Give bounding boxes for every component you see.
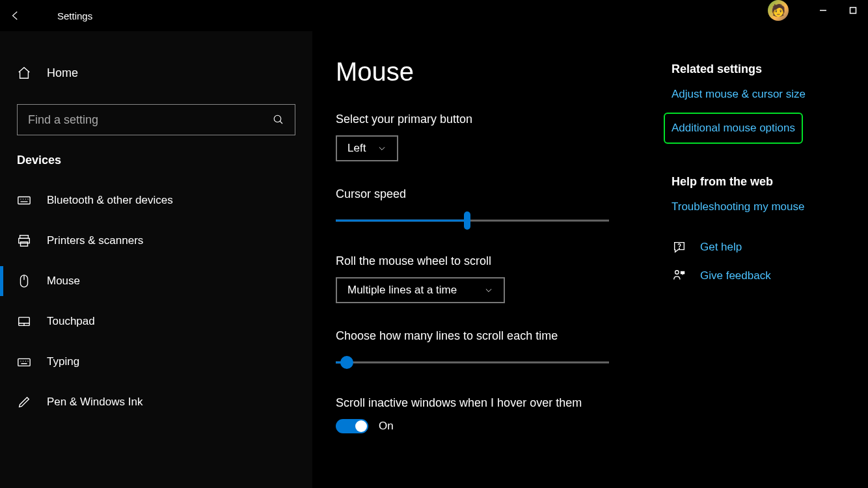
get-help-row[interactable]: Get help [671, 239, 845, 255]
svg-point-1 [274, 115, 281, 122]
category-label: Devices [0, 154, 312, 167]
nav-typing[interactable]: Typing [0, 342, 312, 382]
chevron-down-icon [484, 286, 493, 295]
main: Mouse Select your primary button Left Cu… [312, 31, 868, 488]
nav-bluetooth[interactable]: Bluetooth & other devices [0, 180, 312, 221]
svg-rect-8 [18, 359, 30, 366]
svg-point-10 [675, 271, 679, 275]
nav-printers[interactable]: Printers & scanners [0, 221, 312, 261]
search-box[interactable] [17, 104, 295, 135]
slider-thumb[interactable] [464, 211, 470, 230]
svg-point-9 [679, 248, 680, 249]
printer-icon [17, 234, 31, 248]
wheel-scroll-dropdown[interactable]: Multiple lines at a time [336, 277, 505, 303]
app-title: Settings [57, 10, 92, 21]
search-wrap [17, 104, 295, 135]
arrow-left-icon [10, 10, 21, 21]
link-give-feedback[interactable]: Give feedback [700, 269, 771, 282]
nav-label: Printers & scanners [47, 234, 143, 247]
back-button[interactable] [0, 0, 31, 31]
nav-label: Touchpad [47, 315, 95, 328]
maximize-icon [849, 7, 857, 14]
dropdown-value: Left [347, 142, 366, 155]
svg-rect-2 [18, 197, 30, 204]
inactive-windows-label: Scroll inactive windows when I hover ove… [336, 396, 648, 410]
help-icon [671, 239, 687, 255]
minimize-icon [819, 7, 827, 14]
toggle-state-label: On [379, 420, 394, 433]
content: Mouse Select your primary button Left Cu… [336, 57, 648, 462]
touchpad-icon [17, 314, 31, 329]
nav-label: Typing [47, 355, 79, 368]
slider-thumb[interactable] [340, 356, 353, 369]
search-icon [273, 114, 284, 126]
nav-mouse[interactable]: Mouse [0, 261, 312, 301]
mouse-icon [17, 274, 31, 288]
svg-rect-5 [21, 242, 28, 246]
maximize-button[interactable] [838, 0, 868, 21]
give-feedback-row[interactable]: Give feedback [671, 268, 845, 284]
sidebar: Home Devices Bluetooth & other devices P… [0, 31, 312, 488]
wheel-scroll-label: Roll the mouse wheel to scroll [336, 254, 648, 268]
chevron-down-icon [377, 144, 387, 153]
toggle-knob [355, 420, 367, 432]
highlight-additional-options: Additional mouse options [664, 113, 803, 144]
link-troubleshooting[interactable]: Troubleshooting my mouse [671, 200, 845, 213]
cursor-speed-slider[interactable] [336, 213, 609, 228]
typing-icon [17, 355, 31, 369]
home-nav[interactable]: Home [0, 57, 312, 88]
home-icon [17, 66, 31, 80]
scroll-lines-slider[interactable] [336, 355, 609, 370]
link-get-help[interactable]: Get help [700, 241, 742, 254]
link-adjust-cursor[interactable]: Adjust mouse & cursor size [671, 88, 845, 101]
svg-rect-0 [850, 8, 856, 14]
dropdown-value: Multiple lines at a time [347, 284, 457, 297]
right-panel: Related settings Adjust mouse & cursor s… [671, 57, 845, 462]
nav-label: Mouse [47, 275, 80, 288]
inactive-windows-toggle-row: On [336, 419, 648, 433]
help-web-heading: Help from the web [671, 175, 845, 189]
home-label: Home [47, 66, 78, 80]
nav-label: Bluetooth & other devices [47, 194, 173, 207]
keyboard-icon [17, 193, 31, 208]
window-controls: 🧑 [768, 0, 868, 21]
search-input[interactable] [28, 113, 273, 127]
primary-button-label: Select your primary button [336, 113, 648, 126]
feedback-icon [671, 268, 687, 284]
primary-button-dropdown[interactable]: Left [336, 135, 398, 161]
minimize-button[interactable] [808, 0, 838, 21]
user-avatar[interactable]: 🧑 [768, 0, 789, 21]
related-settings-heading: Related settings [671, 62, 845, 76]
pen-icon [17, 395, 31, 409]
link-additional-options[interactable]: Additional mouse options [671, 122, 795, 135]
cursor-speed-label: Cursor speed [336, 187, 648, 201]
nav-label: Pen & Windows Ink [47, 396, 142, 409]
scroll-lines-label: Choose how many lines to scroll each tim… [336, 329, 648, 343]
titlebar: Settings 🧑 [0, 0, 868, 31]
page-title: Mouse [336, 57, 648, 87]
nav-pen[interactable]: Pen & Windows Ink [0, 382, 312, 422]
nav-touchpad[interactable]: Touchpad [0, 301, 312, 342]
inactive-windows-toggle[interactable] [336, 419, 368, 433]
